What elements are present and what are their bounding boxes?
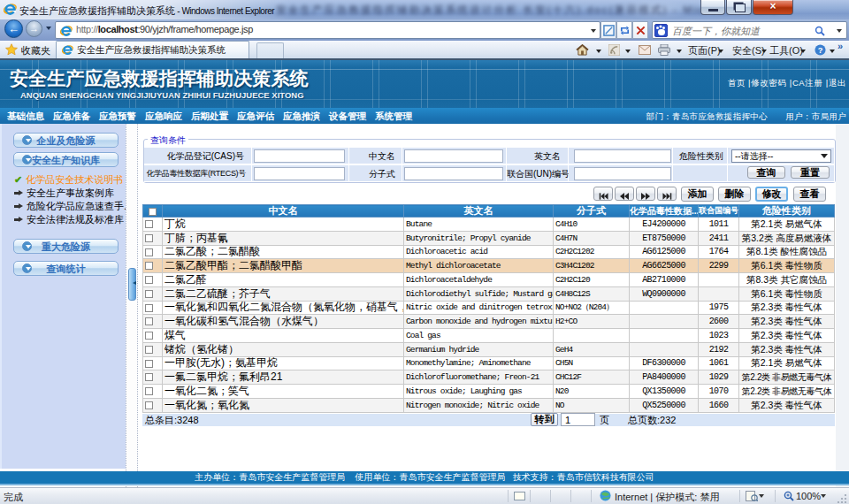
svg-text:?: ? bbox=[818, 46, 823, 55]
